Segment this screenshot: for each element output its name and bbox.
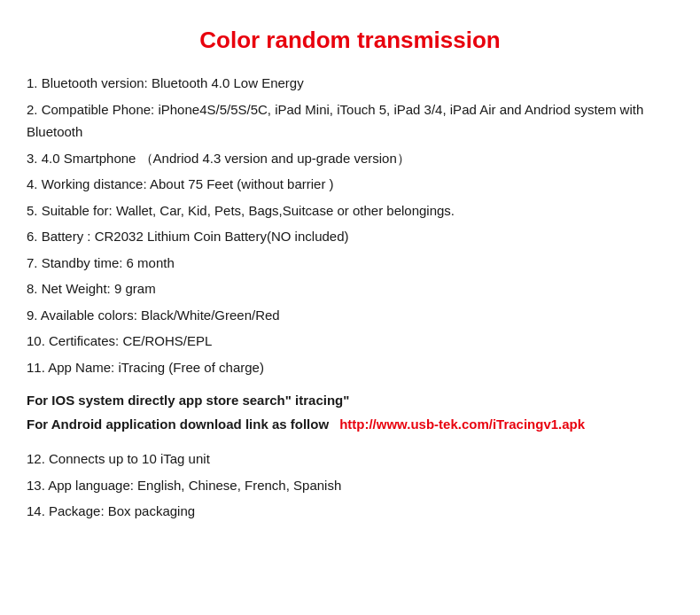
android-link[interactable]: http://www.usb-tek.com/iTracingv1.apk xyxy=(339,416,585,432)
list-item: 9. Available colors: Black/White/Green/R… xyxy=(27,304,673,327)
list-item: 11. App Name: iTracing (Free of charge) xyxy=(27,356,673,379)
list-item: 12. Connects up to 10 iTag unit xyxy=(27,448,673,471)
list-item: 13. App language: English, Chinese, Fren… xyxy=(27,474,673,497)
list-item: 4. Working distance: About 75 Feet (with… xyxy=(27,173,673,196)
android-label: For Android application download link as… xyxy=(27,416,329,432)
list-item: 7. Standby time: 6 month xyxy=(27,252,673,275)
bottom-list: 12. Connects up to 10 iTag unit13. App l… xyxy=(27,448,673,523)
list-item: 8. Net Weight: 9 gram xyxy=(27,277,673,300)
ios-note: For IOS system directly app store search… xyxy=(27,393,673,408)
android-row: For Android application download link as… xyxy=(27,416,673,432)
list-item: 6. Battery : CR2032 Lithium Coin Battery… xyxy=(27,225,673,248)
list-item: 1. Bluetooth version: Bluetooth 4.0 Low … xyxy=(27,72,673,95)
list-item: 10. Certificates: CE/ROHS/EPL xyxy=(27,330,673,353)
page-title: Color random transmission xyxy=(27,27,673,54)
list-item: 3. 4.0 Smartphone （Andriod 4.3 version a… xyxy=(27,147,673,170)
main-list: 1. Bluetooth version: Bluetooth 4.0 Low … xyxy=(27,72,673,378)
list-item: 2. Compatible Phone: iPhone4S/5/5S/5C, i… xyxy=(27,98,673,144)
list-item: 5. Suitable for: Wallet, Car, Kid, Pets,… xyxy=(27,199,673,222)
list-item: 14. Package: Box packaging xyxy=(27,500,673,523)
